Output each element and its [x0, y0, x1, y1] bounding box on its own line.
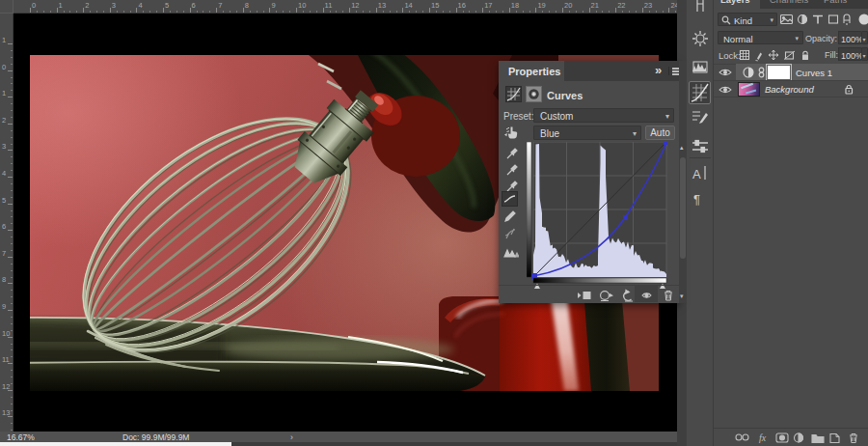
svg-text:¶: ¶ [693, 192, 700, 207]
svg-text:fx: fx [759, 432, 767, 443]
svg-text:A: A [692, 167, 701, 181]
